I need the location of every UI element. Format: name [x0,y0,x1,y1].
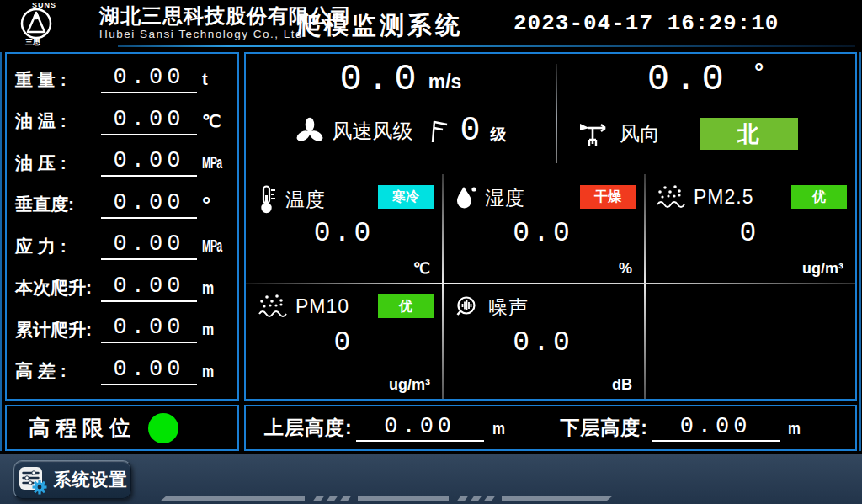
particles-icon [656,184,686,210]
wind-speed-label: 风速风级 [332,118,412,145]
wind-direction-readout: 0.0 ° [556,57,855,102]
metric-unit: t [202,70,231,89]
outer-frame-left [0,52,2,451]
metric-unit: m [202,362,214,381]
metric-row-stress: 应 力 : 0.00 MPa [15,232,231,260]
wind-direction-button[interactable]: 北 [700,118,798,150]
sensor-label: PM2.5 [694,186,753,209]
wind-direction-label: 风向 [620,120,660,147]
metric-row-verticality: 垂直度: 0.00 ° [15,191,231,219]
wind-level-unit: 级 [491,124,507,146]
settings-sliders-gear-icon [18,464,48,495]
metric-value: 0.00 [101,191,197,219]
layer-heights-box: 上层高度: 0.00 m 下层高度: 0.00 m [244,405,857,451]
sensor-label: 温度 [285,187,326,213]
metric-row-height-difference: 高 差 : 0.00 m [15,358,231,385]
sensor-unit: ug/m³ [389,376,430,394]
metric-unit: m [202,279,214,298]
metric-unit: MPa [202,236,222,256]
metric-unit: ℃ [202,111,231,131]
elevation-limit-label: 高程限位 [29,414,136,442]
metric-label: 油 压 : [15,151,99,175]
upper-height-unit: m [492,418,505,438]
wind-speed-readout: 0.0 m/s [246,57,556,102]
noise-meter-icon [454,294,481,321]
page-title: 爬模监测系统 [296,9,463,43]
sensor-unit: dB [612,376,632,394]
sensor-value: 0.0 [246,218,442,249]
metric-label: 应 力 : [15,235,99,258]
metrics-panel: 重 量 : 0.00 t 油 温 : 0.00 ℃ 油 压 : 0.00 MPa… [5,52,239,401]
thermometer-icon [258,184,278,215]
sensor-label: 噪声 [488,294,529,321]
status-badge: 优 [378,294,434,318]
lower-height-unit: m [788,418,801,438]
metric-label: 垂直度: [15,193,99,216]
status-badge: 寒冷 [378,185,434,209]
settings-button-label: 系统设置 [54,468,128,491]
metric-unit: m [202,320,214,339]
sensor-value: 0 [246,327,442,358]
metric-row-total-climb: 累计爬升: 0.00 m [15,316,231,343]
upper-height-label: 上层高度: [264,415,353,441]
sensor-label: PM10 [295,295,349,318]
footer-bar: 系统设置 [0,454,862,504]
fan-icon [295,116,325,146]
metric-label: 本次爬升: [15,276,99,300]
metric-value: 0.00 [101,149,197,177]
wind-direction-value: 0.0 [647,57,729,102]
sensor-value: 0.0 [442,327,644,358]
header-accent-line [118,45,855,47]
sensor-value: 0 [644,218,855,249]
wind-direction-unit: ° [754,59,764,86]
sensor-cell-humidity: 湿度 干燥 0.0 % [442,174,644,283]
metric-value: 0.00 [101,274,197,302]
elevation-limit-status-light [148,413,178,443]
status-badge: 优 [791,185,847,209]
environment-panel: 0.0 m/s 风速风级 0 级 0.0 ° [244,52,857,401]
wind-speed-unit: m/s [428,71,462,93]
metric-value: 0.00 [101,66,197,93]
sensor-unit: ug/m³ [802,260,843,278]
metric-row-current-climb: 本次爬升: 0.00 m [15,274,231,302]
sensor-unit: % [619,260,632,278]
sensor-unit: ℃ [413,259,430,278]
company-logo-icon [19,7,54,40]
wind-level-flag-icon [426,118,448,145]
status-badge: 干燥 [580,185,636,209]
lower-height-value: 0.00 [652,414,780,442]
outer-frame-right [859,52,861,451]
metric-value: 0.00 [101,358,197,385]
metric-row-weight: 重 量 : 0.00 t [15,66,231,93]
system-settings-button[interactable]: 系统设置 [13,460,131,499]
metric-value: 0.00 [101,316,197,343]
logo-sansi-text: 三思 [25,37,40,48]
footer-decorative-stripe [160,496,613,501]
metric-value: 0.00 [101,232,197,260]
sensor-cell-pm25: PM2.5 优 0 ug/m³ [644,174,855,283]
upper-height-value: 0.00 [356,414,484,442]
sensor-label: 湿度 [485,185,525,211]
wind-level-row: 风速风级 0 级 [246,114,556,148]
metric-label: 重 量 : [15,68,99,92]
elevation-limit-box: 高程限位 [5,405,239,451]
metric-row-oil-pressure: 油 压 : 0.00 MPa [15,149,231,177]
metric-label: 高 差 : [15,359,99,383]
wind-direction-row: 风向 北 [556,118,855,150]
metric-unit: MPa [202,153,222,172]
lower-height-label: 下层高度: [560,415,648,441]
wind-vane-icon [577,119,613,149]
sensor-cell-pm10: PM10 优 0 ug/m³ [246,284,442,399]
datetime: 2023-04-17 16:29:10 [513,11,779,36]
sensor-cell-noise: 噪声 0.0 dB [442,284,644,399]
company-name-en: Hubei Sansi Technology Co., Ltd [99,28,303,40]
metric-value: 0.00 [101,108,197,135]
metric-label: 累计爬升: [15,318,99,342]
header: SUNS 三思 湖北三思科技股份有限公司 Hubei Sansi Technol… [0,0,862,46]
wind-speed-value: 0.0 [340,57,422,102]
humidity-drop-icon [454,184,477,211]
wind-level-value: 0 [460,114,482,148]
metric-unit: ° [202,192,231,218]
sensor-cell-temperature: 温度 寒冷 0.0 ℃ [246,174,442,283]
upper-height-group: 上层高度: 0.00 m [264,414,508,442]
